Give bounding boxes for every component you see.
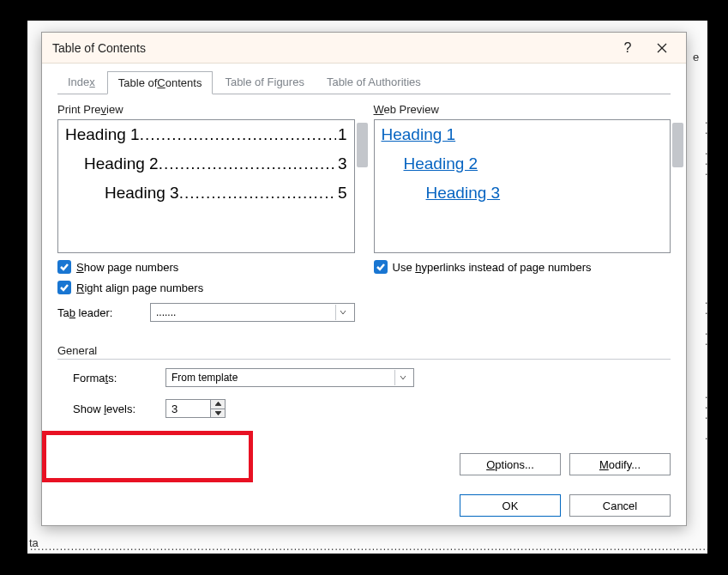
spinner-down[interactable] (211, 409, 225, 418)
annotation-highlight (42, 431, 253, 482)
bg-dots: ..... (705, 115, 707, 177)
bg-dots: .... (705, 295, 707, 347)
web-preview-label: Web Preview (374, 103, 671, 116)
show-page-numbers-label[interactable]: Show page numbers (76, 261, 178, 274)
tab-leader-label: Tab leader: (57, 306, 143, 319)
preview-h3: Heading 3 (105, 184, 179, 203)
use-hyperlinks-label[interactable]: Use hyperlinks instead of page numbers (393, 261, 592, 274)
chevron-down-icon (394, 370, 410, 385)
toc-dialog: Table of Contents ? Index Table of Conte… (41, 32, 687, 526)
chevron-down-icon (335, 305, 351, 320)
ok-button[interactable]: OK (460, 494, 561, 517)
formats-label: Formats: (73, 372, 159, 384)
tab-tof[interactable]: Table of Figures (214, 70, 315, 94)
preview-p2: 3 (336, 154, 347, 173)
use-hyperlinks-checkbox[interactable] (374, 260, 388, 274)
cancel-button[interactable]: Cancel (569, 494, 671, 517)
tab-leader-value: ....... (156, 306, 335, 318)
svg-marker-3 (215, 411, 221, 415)
tab-leader-dropdown[interactable]: ....... (150, 303, 355, 322)
web-preview-scrollbar[interactable] (672, 123, 683, 167)
tab-toc[interactable]: Table of Contents (107, 71, 214, 94)
print-preview-label: Print Preview (57, 103, 355, 116)
web-preview-box: Heading 1 Heading 2 Heading 3 (374, 119, 671, 253)
bg-dots: .... (705, 390, 707, 441)
web-h2-link[interactable]: Heading 2 (404, 154, 664, 173)
spinner-up[interactable] (211, 400, 225, 409)
print-preview-box: Heading 1 ..............................… (57, 119, 355, 253)
web-h1-link[interactable]: Heading 1 (382, 125, 664, 144)
bg-text-ta: ta (29, 536, 39, 549)
leader-dots: ........................................… (140, 125, 336, 144)
close-button[interactable] (645, 35, 679, 61)
preview-scrollbar[interactable] (357, 123, 368, 167)
show-levels-label: Show levels: (73, 402, 159, 415)
leader-dots: ........................................… (179, 184, 336, 203)
preview-p1: 1 (336, 125, 347, 144)
svg-marker-2 (215, 402, 221, 406)
bg-text-e: e (693, 51, 699, 64)
modify-button[interactable]: Modify... (569, 453, 671, 475)
options-button[interactable]: Options... (460, 453, 561, 475)
tab-strip: Index Table of Contents Table of Figures… (57, 70, 671, 94)
leader-dots: ........................................… (159, 154, 336, 173)
formats-value: From template (171, 372, 394, 384)
right-align-label[interactable]: Right align page numbers (76, 281, 203, 294)
help-button[interactable]: ? (611, 35, 645, 61)
tab-index[interactable]: Index (57, 70, 105, 94)
formats-dropdown[interactable]: From template (165, 368, 414, 387)
show-levels-value[interactable]: 3 (166, 400, 210, 417)
show-levels-spinner[interactable]: 3 (165, 399, 226, 418)
titlebar: Table of Contents ? (42, 33, 686, 64)
dialog-title: Table of Contents (52, 41, 611, 55)
tab-toa[interactable]: Table of Authorities (316, 70, 431, 94)
divider (57, 359, 671, 360)
general-group-label: General (57, 344, 671, 357)
preview-p3: 5 (336, 184, 347, 203)
show-page-numbers-checkbox[interactable] (57, 260, 71, 274)
bg-bottom-dots: ........................................… (27, 541, 707, 553)
web-h3-link[interactable]: Heading 3 (426, 184, 664, 203)
preview-h1: Heading 1 (65, 125, 140, 144)
right-align-checkbox[interactable] (57, 281, 71, 294)
preview-h2: Heading 2 (84, 154, 159, 173)
